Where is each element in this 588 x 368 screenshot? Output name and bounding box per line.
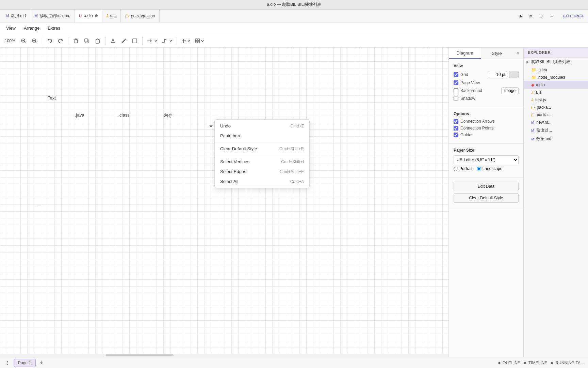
canvas-text-label: Text xyxy=(48,95,56,101)
chevron-right-icon4: ▶ xyxy=(551,361,554,365)
options-section-title: Options xyxy=(454,111,519,116)
explorer-testjs-file[interactable]: J test.js xyxy=(524,96,588,104)
explorer-xiugai-file[interactable]: M 修改过... xyxy=(524,126,588,135)
portrait-radio[interactable] xyxy=(454,167,458,171)
context-menu-select-edges[interactable]: Select Edges Cmd+Shift+E xyxy=(215,167,309,177)
tab-adio[interactable]: D a.dio xyxy=(75,10,102,22)
menubar: View Arrange Extras xyxy=(0,22,588,34)
more-button[interactable]: ··· xyxy=(548,13,555,19)
scrollbar-thumb[interactable] xyxy=(105,354,174,356)
tab-ajs[interactable]: J a.js xyxy=(102,10,121,22)
context-menu-clear-default-style[interactable]: Clear Default Style Cmd+Shift+R xyxy=(215,144,309,154)
titlebar: a.dio — 爬取BILIBILI播放列表 xyxy=(0,0,588,10)
panel-close-button[interactable]: ✕ xyxy=(513,48,523,59)
context-menu-paste-here[interactable]: Paste here xyxy=(215,131,309,141)
edit-data-button[interactable]: Edit Data xyxy=(454,182,519,191)
tab-shuju[interactable]: M 数据.md xyxy=(1,10,30,22)
background-checkbox[interactable] xyxy=(454,88,458,93)
canvas-area[interactable]: Text .java .class 内存 || ⌖ Undo Cmd+Z Pas… xyxy=(0,48,448,357)
explorer-adio-file[interactable]: ◈ a.dio xyxy=(524,81,588,89)
zoom-level[interactable]: 100% xyxy=(3,39,17,43)
pen-button[interactable] xyxy=(119,36,129,46)
explorer-packa2-file[interactable]: { } packa... xyxy=(524,111,588,119)
dio-icon: D xyxy=(79,13,82,18)
guides-checkbox[interactable] xyxy=(454,133,458,137)
grid-checkbox[interactable] xyxy=(454,72,458,77)
explorer-packa1-file[interactable]: { } packa... xyxy=(524,104,588,111)
explorer-newm-file[interactable]: M new.m... xyxy=(524,119,588,126)
timeline-button[interactable]: ▶ TIMELINE xyxy=(524,361,547,365)
ctx-sep1 xyxy=(215,142,309,142)
clear-default-style-button[interactable]: Clear Default Style xyxy=(454,193,519,203)
copy-button[interactable] xyxy=(82,36,92,46)
zoom-out-button[interactable] xyxy=(30,36,39,46)
tab-packagejson-label: package.json xyxy=(131,14,155,18)
explorer-shujumd-file[interactable]: M 数据.md xyxy=(524,135,588,143)
undo-button[interactable] xyxy=(45,36,54,46)
arrow-dropdown[interactable] xyxy=(145,37,159,44)
orientation-row: Portrait Landscape xyxy=(454,166,519,171)
canvas-resize-handle[interactable]: || xyxy=(37,204,42,206)
sep4 xyxy=(142,37,143,45)
grid-value-input[interactable] xyxy=(488,71,507,78)
delete-button[interactable] xyxy=(71,36,81,46)
sep5 xyxy=(177,37,177,45)
tab-style[interactable]: Style xyxy=(481,48,513,59)
undo-label: Undo xyxy=(220,123,231,128)
tab-xiugai[interactable]: M 修改过的final.md xyxy=(30,10,75,22)
context-menu-undo[interactable]: Undo Cmd+Z xyxy=(215,121,309,131)
fill-button[interactable] xyxy=(108,36,118,46)
explorer-bilibili-folder[interactable]: ▶ 爬取BILIBILI播放列表 xyxy=(524,58,588,66)
redo-button[interactable] xyxy=(56,36,65,46)
menu-view[interactable]: View xyxy=(3,24,19,32)
select-all-shortcut: Cmd+A xyxy=(290,179,304,184)
shadow-checkbox[interactable] xyxy=(454,96,458,101)
background-image-button[interactable]: Image xyxy=(501,87,519,94)
sep1 xyxy=(42,37,42,45)
paste-button[interactable] xyxy=(93,36,102,46)
paper-size-section: Paper Size US-Letter (8,5" x 11") A4 A3 … xyxy=(449,144,523,178)
landscape-radio-label[interactable]: Landscape xyxy=(477,166,503,171)
landscape-radio[interactable] xyxy=(477,167,481,171)
shape-button[interactable] xyxy=(130,36,140,46)
connection-points-checkbox[interactable] xyxy=(454,126,458,131)
zoom-in-button[interactable] xyxy=(19,36,28,46)
paper-size-select[interactable]: US-Letter (8,5" x 11") A4 A3 Letter xyxy=(454,155,519,164)
explorer-node-modules-folder[interactable]: 📁 node_modules xyxy=(524,74,588,81)
connection-arrows-label: Connection Arrows xyxy=(460,119,519,124)
menu-extras[interactable]: Extras xyxy=(44,24,64,32)
tab-diagram[interactable]: Diagram xyxy=(449,48,481,59)
grid-color-swatch[interactable] xyxy=(509,71,519,78)
tab-packagejson[interactable]: { } package.json xyxy=(121,10,159,22)
page-view-checkbox[interactable] xyxy=(454,80,458,85)
col-class: .class xyxy=(118,112,129,119)
paste-here-label: Paste here xyxy=(220,133,242,138)
insert-dropdown[interactable] xyxy=(180,37,192,44)
connector-dropdown[interactable] xyxy=(160,37,174,44)
explorer-ajs-file[interactable]: J a.js xyxy=(524,89,588,96)
context-menu-select-vertices[interactable]: Select Vertices Cmd+Shift+I xyxy=(215,157,309,167)
grid-dropdown[interactable] xyxy=(193,37,206,44)
canvas-horizontal-scrollbar[interactable] xyxy=(0,354,448,357)
menu-arrange[interactable]: Arrange xyxy=(20,24,43,32)
svg-rect-23 xyxy=(195,41,197,43)
split-button[interactable]: ⧉ xyxy=(527,13,535,19)
explorer-idea-folder[interactable]: 📁 .idea xyxy=(524,66,588,74)
select-vertices-label: Select Vertices xyxy=(220,159,249,164)
connection-points-row: Connection Points xyxy=(454,126,519,131)
bottom-bar: ⋮ Page-1 + ▶ OUTLINE ▶ TIMELINE ▶ RUNNIN… xyxy=(0,357,588,368)
svg-rect-7 xyxy=(74,40,78,43)
explorer-button[interactable]: EXPLORER xyxy=(560,13,585,19)
running-tab-button[interactable]: ▶ RUNNING TA... xyxy=(551,361,584,365)
page-1-tab[interactable]: Page-1 xyxy=(14,359,36,367)
outline-button[interactable]: ▶ OUTLINE xyxy=(499,361,520,365)
svg-line-5 xyxy=(35,42,36,43)
select-edges-label: Select Edges xyxy=(220,169,246,174)
portrait-radio-label[interactable]: Portrait xyxy=(454,166,473,171)
connection-arrows-checkbox[interactable] xyxy=(454,119,458,124)
context-menu-select-all[interactable]: Select All Cmd+A xyxy=(215,177,309,186)
add-page-button[interactable]: + xyxy=(38,358,44,367)
layout-button[interactable]: ⊟ xyxy=(537,13,545,19)
bottom-dots-button[interactable]: ⋮ xyxy=(4,359,11,367)
play-button[interactable]: ▶ xyxy=(518,13,525,19)
